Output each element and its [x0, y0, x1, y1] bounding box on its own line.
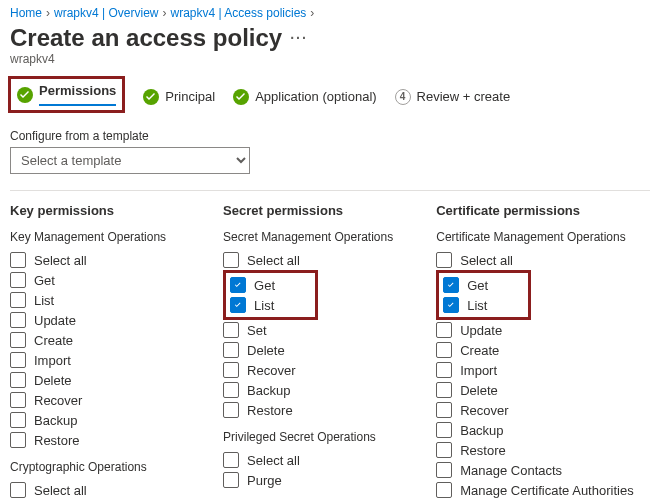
secret-set-row: Set [223, 320, 436, 340]
secret-recover-row: Recover [223, 360, 436, 380]
checkbox[interactable] [443, 297, 459, 313]
checkbox[interactable] [436, 252, 452, 268]
certificate-management-title: Certificate Management Operations [436, 230, 649, 244]
checkbox-label: Restore [34, 433, 80, 448]
cert-manage-certificate-authorities-row: Manage Certificate Authorities [436, 480, 649, 500]
key-update-row: Update [10, 310, 223, 330]
checkmark-icon [17, 87, 33, 103]
checkbox[interactable] [10, 292, 26, 308]
cert-import-row: Import [436, 360, 649, 380]
crypto-select-all-row: Select all [10, 480, 223, 500]
checkbox-label: Update [34, 313, 76, 328]
checkbox-label: Purge [247, 473, 282, 488]
cert-list-row: List [443, 295, 488, 315]
cert-restore-row: Restore [436, 440, 649, 460]
checkmark-icon [233, 89, 249, 105]
template-select[interactable]: Select a template [10, 147, 250, 174]
certificate-permissions-heading: Certificate permissions [436, 203, 649, 218]
key-permissions-heading: Key permissions [10, 203, 223, 218]
checkbox-label: Delete [247, 343, 285, 358]
checkbox[interactable] [230, 297, 246, 313]
checkbox[interactable] [223, 472, 239, 488]
step-label: Principal [165, 89, 215, 104]
breadcrumb-home[interactable]: Home [10, 6, 42, 20]
secret-permissions-heading: Secret permissions [223, 203, 436, 218]
cert-backup-row: Backup [436, 420, 649, 440]
checkbox[interactable] [10, 392, 26, 408]
checkbox[interactable] [436, 342, 452, 358]
checkbox[interactable] [10, 412, 26, 428]
checkbox-label: Get [254, 278, 275, 293]
checkbox[interactable] [223, 362, 239, 378]
chevron-right-icon: › [46, 6, 50, 20]
secret-list-row: List [230, 295, 275, 315]
cert-update-row: Update [436, 320, 649, 340]
cert-delete-row: Delete [436, 380, 649, 400]
select-all-label: Select all [34, 483, 87, 498]
checkbox[interactable] [10, 312, 26, 328]
key-delete-row: Delete [10, 370, 223, 390]
breadcrumb: Home › wrapkv4 | Overview › wrapkv4 | Ac… [0, 0, 660, 22]
checkbox-label: Manage Contacts [460, 463, 562, 478]
chevron-right-icon: › [310, 6, 314, 20]
secret-restore-row: Restore [223, 400, 436, 420]
key-import-row: Import [10, 350, 223, 370]
checkbox-label: Delete [34, 373, 72, 388]
checkbox-label: List [254, 298, 274, 313]
chevron-right-icon: › [163, 6, 167, 20]
key-create-row: Create [10, 330, 223, 350]
checkbox[interactable] [223, 402, 239, 418]
checkbox[interactable] [436, 362, 452, 378]
key-get-row: Get [10, 270, 223, 290]
checkbox[interactable] [10, 352, 26, 368]
step-permissions[interactable]: Permissions [17, 83, 116, 106]
checkbox[interactable] [436, 462, 452, 478]
checkbox-label: List [467, 298, 487, 313]
checkbox[interactable] [223, 452, 239, 468]
step-principal[interactable]: Principal [143, 89, 215, 105]
cert-create-row: Create [436, 340, 649, 360]
checkbox-label: Recover [247, 363, 295, 378]
checkbox-label: Recover [460, 403, 508, 418]
checkbox[interactable] [10, 332, 26, 348]
checkbox-label: Update [460, 323, 502, 338]
checkbox[interactable] [436, 382, 452, 398]
more-icon[interactable]: ··· [290, 30, 308, 46]
breadcrumb-overview[interactable]: wrapkv4 | Overview [54, 6, 158, 20]
checkbox[interactable] [10, 432, 26, 448]
checkbox[interactable] [223, 342, 239, 358]
checkbox[interactable] [223, 322, 239, 338]
step-application[interactable]: Application (optional) [233, 89, 376, 105]
checkbox[interactable] [436, 482, 452, 498]
select-all-label: Select all [34, 253, 87, 268]
checkbox-label: Backup [460, 423, 503, 438]
key-backup-row: Backup [10, 410, 223, 430]
step-review-create[interactable]: 4 Review + create [395, 89, 511, 105]
checkbox[interactable] [10, 482, 26, 498]
checkbox[interactable] [223, 252, 239, 268]
breadcrumb-access-policies[interactable]: wrapkv4 | Access policies [171, 6, 307, 20]
highlight-secret-get-list: GetList [223, 270, 318, 320]
checkbox-label: Create [460, 343, 499, 358]
checkbox[interactable] [436, 442, 452, 458]
select-all-label: Select all [460, 253, 513, 268]
cert-recover-row: Recover [436, 400, 649, 420]
checkbox[interactable] [10, 272, 26, 288]
secret-priv-purge-row: Purge [223, 470, 436, 490]
secret-permissions-column: Secret permissions Secret Management Ope… [223, 203, 436, 500]
checkbox-label: Get [467, 278, 488, 293]
cert-get-row: Get [443, 275, 488, 295]
checkbox[interactable] [436, 422, 452, 438]
secret-backup-row: Backup [223, 380, 436, 400]
checkbox[interactable] [10, 252, 26, 268]
checkbox-label: List [34, 293, 54, 308]
checkbox[interactable] [436, 322, 452, 338]
checkbox[interactable] [223, 382, 239, 398]
checkbox[interactable] [230, 277, 246, 293]
checkbox[interactable] [436, 402, 452, 418]
checkbox[interactable] [443, 277, 459, 293]
checkbox[interactable] [10, 372, 26, 388]
step-label: Permissions [39, 83, 116, 106]
checkmark-icon [143, 89, 159, 105]
template-label: Configure from a template [0, 115, 660, 147]
